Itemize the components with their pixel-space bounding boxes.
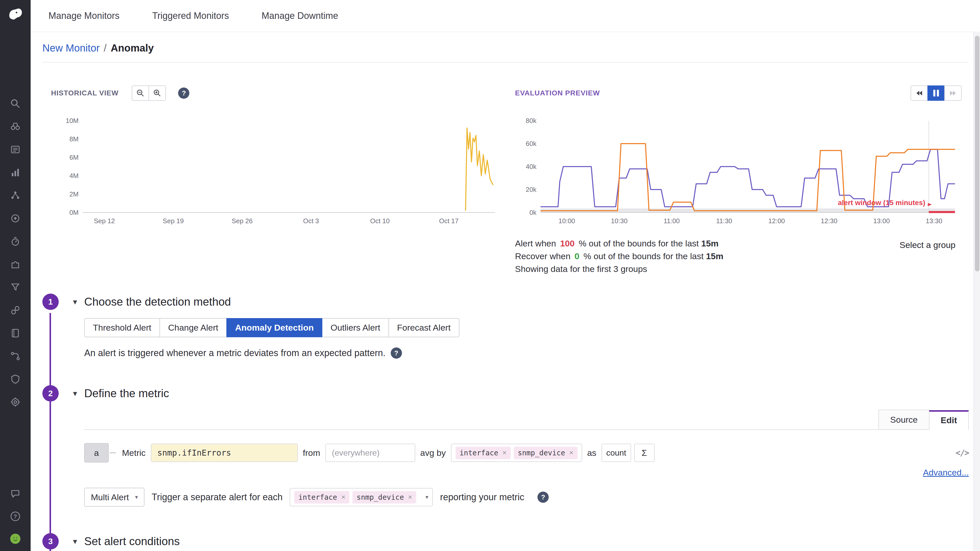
group-by-field[interactable]: interface× snmp_device× ▾ [290, 488, 433, 507]
alert-pct-value[interactable]: 100 [560, 238, 575, 248]
user-avatar[interactable] [10, 533, 21, 545]
chevron-down-icon[interactable]: ▾ [425, 494, 428, 500]
tag-remove-icon[interactable]: × [569, 449, 573, 457]
aggregator-select[interactable]: count [601, 444, 631, 462]
svg-text:8M: 8M [69, 135, 79, 143]
avg-by-label: avg by [420, 448, 446, 458]
zoom-in-button[interactable] [148, 86, 166, 101]
section-alert-conditions: 3 ▾ Set alert conditions [42, 533, 969, 549]
method-anomaly-detection[interactable]: Anomaly Detection [226, 318, 322, 337]
code-view-icon[interactable]: </> [956, 448, 969, 457]
fast-forward-button[interactable] [944, 86, 962, 101]
nav-manage-monitors[interactable]: Manage Monitors [48, 11, 119, 21]
metric-value: snmp.ifInErrors [158, 448, 231, 457]
svg-text:10M: 10M [65, 117, 79, 124]
svg-text:2M: 2M [69, 190, 79, 198]
zoom-in-icon [153, 89, 161, 97]
section-2-title: Define the metric [84, 387, 169, 400]
tag-remove-icon[interactable]: × [341, 493, 345, 501]
tag-remove-icon[interactable]: × [408, 493, 412, 501]
section-3-title: Set alert conditions [84, 535, 180, 548]
section-3-chevron-down-icon[interactable]: ▾ [70, 537, 80, 546]
alert-when-label: Alert when [515, 238, 556, 248]
svg-text:?: ? [14, 513, 17, 519]
svg-text:Sep 19: Sep 19 [163, 217, 184, 225]
advanced-link[interactable]: Advanced... [923, 468, 969, 478]
metric-input[interactable]: snmp.ifInErrors [151, 444, 298, 462]
recover-pct-value[interactable]: 0 [574, 251, 579, 261]
datadog-logo[interactable] [5, 5, 25, 25]
evaluation-chart[interactable]: 0k20k40k60k80k10:0010:3011:0011:3012:001… [515, 117, 969, 230]
from-input[interactable]: (everywhere) [325, 444, 415, 462]
events-icon[interactable] [10, 144, 21, 155]
scrollbar-thumb[interactable] [975, 36, 980, 272]
anomaly-help-icon[interactable]: ? [391, 348, 402, 359]
trigger-separate-text: Trigger a separate alert for each [151, 492, 283, 503]
recover-when-label: Recover when [515, 251, 570, 261]
recover-rest-label: % out of the bounds for the last [584, 251, 703, 261]
chat-icon[interactable] [10, 488, 21, 499]
apm-icon[interactable] [10, 305, 21, 316]
query-connector [110, 452, 116, 453]
wizard-sections: 1 ▾ Choose the detection method Threshol… [42, 294, 969, 551]
svg-text:Oct 17: Oct 17 [439, 217, 458, 225]
svg-text:13:30: 13:30 [926, 217, 942, 225]
settings-icon[interactable] [10, 396, 21, 408]
breadcrumb-new-monitor-link[interactable]: New Monitor [42, 42, 100, 54]
tab-source[interactable]: Source [878, 410, 929, 429]
select-group-button[interactable]: Select a group [900, 240, 956, 250]
nav-manage-downtime[interactable]: Manage Downtime [262, 11, 338, 21]
method-change-alert[interactable]: Change Alert [159, 318, 227, 337]
editor-tabs: Source Edit [84, 410, 969, 430]
avg-by-field[interactable]: interface× snmp_device× [451, 444, 582, 462]
fast-forward-icon [949, 89, 957, 97]
infrastructure-icon[interactable] [10, 121, 21, 132]
section-1-title: Choose the detection method [84, 295, 231, 308]
notebooks-icon[interactable] [10, 327, 21, 339]
method-forecast-alert[interactable]: Forecast Alert [388, 318, 460, 337]
section-define-metric: 2 ▾ Define the metric Source Edit a Metr… [42, 385, 969, 507]
nav-triggered-monitors[interactable]: Triggered Monitors [152, 11, 229, 21]
processes-icon[interactable] [10, 190, 21, 201]
integrations-icon[interactable] [10, 259, 21, 270]
ci-pipelines-icon[interactable] [10, 351, 21, 362]
logs-icon[interactable] [10, 282, 21, 293]
method-outliers-alert[interactable]: Outliers Alert [322, 318, 389, 337]
historical-help-icon[interactable]: ? [178, 87, 189, 99]
sigma-button[interactable]: Σ [634, 444, 655, 462]
svg-text:Sep 26: Sep 26 [232, 217, 253, 225]
svg-text:11:30: 11:30 [716, 217, 732, 225]
zoom-out-button[interactable] [132, 86, 149, 101]
section-2-chevron-down-icon[interactable]: ▾ [70, 389, 80, 398]
svg-text:6M: 6M [69, 154, 79, 161]
method-threshold-alert[interactable]: Threshold Alert [84, 318, 160, 337]
pause-button[interactable] [928, 86, 945, 101]
step-3-badge: 3 [42, 533, 59, 549]
synthetics-icon[interactable] [10, 236, 21, 247]
step-1-badge: 1 [42, 294, 59, 310]
tab-edit[interactable]: Edit [929, 410, 969, 430]
metric-query-row: a Metric snmp.ifInErrors from (everywher… [84, 443, 969, 462]
historical-chart[interactable]: 0M2M4M6M8M10MSep 12Sep 19Sep 26Oct 3Oct … [51, 117, 500, 230]
svg-text:80k: 80k [526, 117, 537, 124]
multi-alert-dropdown[interactable]: Multi Alert ▾ [84, 488, 145, 507]
breadcrumb-separator: / [104, 42, 107, 54]
metrics-icon[interactable] [10, 167, 21, 178]
evaluation-preview-title: EVALUATION PREVIEW [515, 89, 600, 97]
multi-alert-row: Multi Alert ▾ Trigger a separate alert f… [84, 488, 969, 507]
recover-window-value: 15m [706, 251, 723, 261]
help-icon[interactable]: ? [10, 511, 21, 522]
pause-icon [933, 90, 939, 97]
watchdog-icon[interactable] [10, 213, 21, 224]
multi-alert-help-icon[interactable]: ? [538, 492, 549, 503]
sidebar: ? [0, 0, 30, 551]
app-window: ? Manage Monitors Triggered Monitors Man… [0, 0, 980, 551]
search-icon[interactable] [10, 98, 21, 109]
tag-remove-icon[interactable]: × [502, 449, 506, 457]
security-icon[interactable] [10, 373, 21, 385]
rewind-button[interactable] [911, 86, 928, 101]
multi-alert-label: Multi Alert [91, 492, 129, 502]
alert-rest-label: % out of the bounds for the last [579, 238, 699, 248]
section-1-chevron-down-icon[interactable]: ▾ [70, 297, 80, 306]
step-2-badge: 2 [42, 385, 59, 402]
